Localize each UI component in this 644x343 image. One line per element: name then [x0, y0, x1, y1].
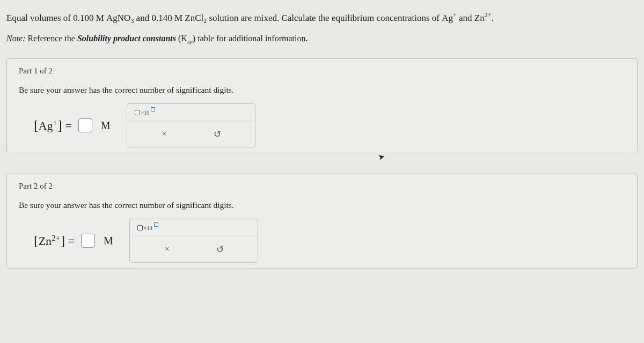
- coeff-box-icon: [135, 110, 140, 115]
- part1-unit: M: [101, 120, 111, 132]
- ref-link: Solubility product constants: [77, 34, 176, 43]
- part1-toolbox: ×10 × ↺: [127, 103, 255, 147]
- note: Note: Reference the Solubility product c…: [6, 34, 638, 44]
- reset-icon: ↺: [216, 244, 224, 255]
- reset-button[interactable]: ↺: [211, 128, 224, 140]
- conc1: 0.100 M: [73, 13, 104, 23]
- part2-label: Part 2 of 2: [7, 174, 637, 200]
- part2-instruction: Be sure your answer has the correct numb…: [7, 200, 637, 219]
- exp-box-icon: [154, 222, 158, 227]
- coeff-box-icon: [137, 225, 143, 230]
- reagent2: ZnCl: [185, 13, 203, 23]
- part2-lhs: [Zn2+] =: [34, 233, 75, 249]
- reset-button[interactable]: ↺: [214, 243, 226, 256]
- x-icon: ×: [162, 129, 167, 139]
- clear-button[interactable]: ×: [160, 243, 173, 256]
- part2-toolbox: ×10 × ↺: [129, 219, 258, 263]
- x-icon: ×: [165, 244, 170, 255]
- part1-label: Part 1 of 2: [7, 59, 637, 85]
- part2-input[interactable]: [81, 234, 95, 248]
- sci-notation-button[interactable]: ×10: [127, 104, 255, 121]
- part1-panel: Part 1 of 2 Be sure your answer has the …: [6, 58, 638, 153]
- sci-notation-button[interactable]: ×10: [130, 219, 258, 236]
- text: Equal volumes of: [6, 13, 73, 23]
- exp-box-icon: [151, 107, 155, 111]
- part1-lhs: [Ag+] =: [34, 117, 72, 133]
- part1-instruction: Be sure your answer has the correct numb…: [7, 85, 637, 103]
- clear-button[interactable]: ×: [158, 128, 171, 140]
- problem-statement: Equal volumes of 0.100 M AgNO3 and 0.140…: [6, 10, 638, 26]
- part1-input[interactable]: [78, 118, 92, 132]
- conc2: 0.140 M: [151, 13, 182, 23]
- part2-unit: M: [104, 235, 113, 247]
- reset-icon: ↺: [214, 129, 221, 140]
- reagent1: AgNO: [106, 13, 130, 23]
- part2-panel: Part 2 of 2 Be sure your answer has the …: [6, 174, 638, 269]
